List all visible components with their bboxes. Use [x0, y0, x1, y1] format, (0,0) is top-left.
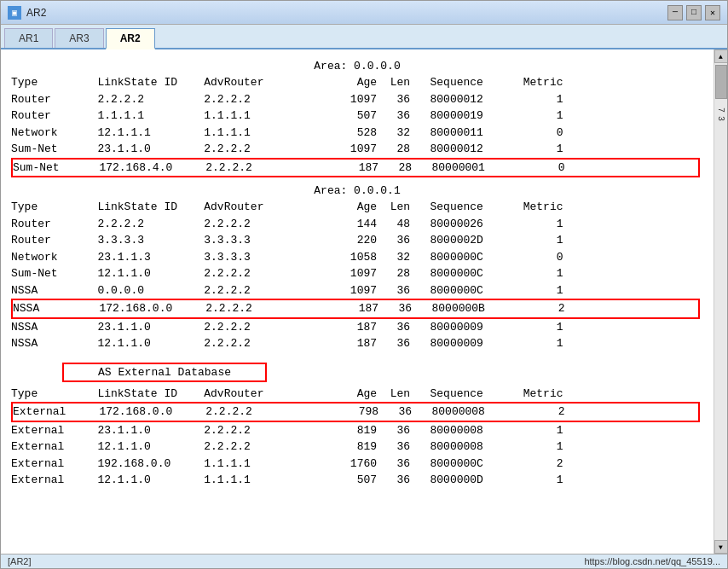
window-title: AR2 — [26, 7, 667, 19]
area0-header: Area: 0.0.0.0 — [11, 60, 703, 73]
area1-row-1: Router 2.2.2.2 2.2.2.2 144 48 80000026 1 — [11, 216, 703, 233]
as-external-row-3: External 12.1.1.0 2.2.2.2 819 36 8000000… — [11, 438, 703, 456]
area1-columns: Type LinkState ID AdvRouter Age Len Sequ… — [11, 199, 703, 216]
area1-row-2: Router 3.3.3.3 3.3.3.3 220 36 8000002D 1 — [11, 232, 703, 249]
area0-row-3: Network 12.1.1.1 1.1.1.1 528 32 80000011… — [11, 125, 703, 142]
area1-highlighted-row: NSSA 172.168.0.0 2.2.2.2 187 36 8000000B… — [11, 299, 700, 319]
as-external-row-4: External 192.168.0.0 1.1.1.1 1760 36 800… — [11, 456, 703, 473]
area1-row-8: NSSA 12.1.1.0 2.2.2.2 187 36 80000009 1 — [11, 335, 703, 352]
tab-ar2[interactable]: AR2 — [106, 28, 155, 49]
as-external-header-box: AS External Database — [62, 363, 267, 382]
as-external-row-5: External 12.1.1.0 1.1.1.1 507 36 8000000… — [11, 472, 703, 489]
main-window: ▣ AR2 ─ □ ✕ AR1 AR3 AR2 Area: 0.0.0.0 Ty… — [0, 0, 728, 569]
tab-ar1[interactable]: AR1 — [4, 28, 53, 48]
close-button[interactable]: ✕ — [705, 5, 720, 20]
as-external-header: AS External Database — [98, 366, 231, 379]
as-external-highlighted-row: External 172.168.0.0 2.2.2.2 798 36 8000… — [11, 402, 700, 422]
app-icon: ▣ — [8, 6, 21, 20]
area0-highlighted-row: Sum-Net 172.168.4.0 2.2.2.2 187 28 80000… — [11, 158, 700, 178]
area0-row-1: Router 2.2.2.2 2.2.2.2 1097 36 80000012 … — [11, 91, 703, 108]
window-controls: ─ □ ✕ — [667, 5, 720, 20]
tab-ar3[interactable]: AR3 — [55, 28, 103, 48]
area1-row-3: Network 23.1.1.3 3.3.3.3 1058 32 8000000… — [11, 249, 703, 266]
area1-row-5: NSSA 0.0.0.0 2.2.2.2 1097 36 8000000C 1 — [11, 282, 703, 299]
as-external-row-2: External 23.1.1.0 2.2.2.2 819 36 8000000… — [11, 422, 703, 439]
status-right: https://blog.csdn.net/qq_45519... — [584, 556, 720, 566]
scrollbar[interactable]: ▲ 7 3 速 ▼ — [714, 49, 727, 554]
area0-section: Area: 0.0.0.0 Type LinkState ID AdvRoute… — [11, 60, 703, 177]
area1-section: Area: 0.0.0.1 Type LinkState ID AdvRoute… — [11, 184, 703, 352]
area1-header: Area: 0.0.0.1 — [11, 184, 703, 197]
content-area: Area: 0.0.0.0 Type LinkState ID AdvRoute… — [1, 49, 727, 554]
as-external-row-1: External 172.168.0.0 2.2.2.2 798 36 8000… — [13, 404, 698, 421]
side-label-3: 3 — [716, 116, 725, 121]
title-bar: ▣ AR2 ─ □ ✕ — [1, 1, 727, 25]
area1-row-7: NSSA 23.1.1.0 2.2.2.2 187 36 80000009 1 — [11, 319, 703, 336]
scroll-thumb[interactable] — [715, 65, 727, 99]
scroll-down-button[interactable]: ▼ — [714, 540, 728, 554]
status-bar: [AR2] https://blog.csdn.net/qq_45519... — [1, 554, 727, 568]
as-external-columns: Type LinkState ID AdvRouter Age Len Sequ… — [11, 386, 703, 403]
minimize-button[interactable]: ─ — [667, 5, 683, 20]
tab-bar: AR1 AR3 AR2 — [1, 25, 727, 49]
status-left: [AR2] — [8, 556, 32, 566]
maximize-button[interactable]: □ — [686, 5, 702, 20]
main-content: Area: 0.0.0.0 Type LinkState ID AdvRoute… — [1, 49, 714, 554]
area0-row-2: Router 1.1.1.1 1.1.1.1 507 36 80000019 1 — [11, 107, 703, 125]
area0-row-5: Sum-Net 172.168.4.0 2.2.2.2 187 28 80000… — [13, 160, 698, 177]
area0-row-4: Sum-Net 23.1.1.0 2.2.2.2 1097 28 8000001… — [11, 141, 703, 158]
as-external-section: AS External Database Type LinkState ID A… — [11, 359, 703, 489]
area1-row-6: NSSA 172.168.0.0 2.2.2.2 187 36 8000000B… — [13, 300, 698, 317]
side-label-7: 7 — [716, 107, 725, 113]
area1-row-4: Sum-Net 12.1.1.0 2.2.2.2 1097 28 8000000… — [11, 265, 703, 282]
area0-columns: Type LinkState ID AdvRouter Age Len Sequ… — [11, 74, 703, 91]
scroll-up-button[interactable]: ▲ — [714, 49, 728, 63]
